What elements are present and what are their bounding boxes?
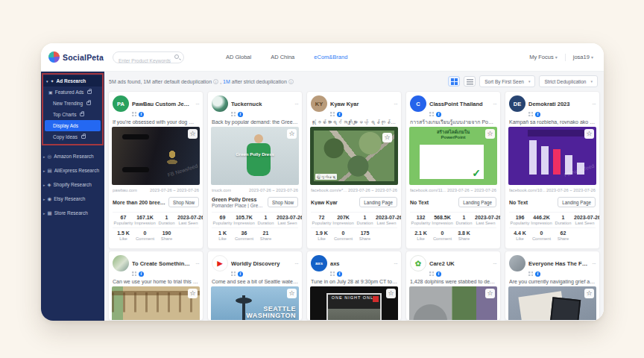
my-focus-dropdown[interactable]: My Focus ▾ bbox=[529, 54, 558, 60]
advertiser-name[interactable]: ClassPoint Thailand bbox=[429, 101, 490, 107]
more-menu-icon[interactable]: ··· bbox=[592, 260, 596, 267]
star-badge-icon[interactable]: ☆ bbox=[485, 289, 495, 298]
ad-creative-image[interactable]: ☆ bbox=[508, 286, 596, 321]
star-badge-icon[interactable]: ☆ bbox=[584, 289, 594, 298]
ad-creative-image[interactable]: SEATTLE WASHINGTON ☆ bbox=[211, 286, 299, 321]
ad-creative-image[interactable]: Green Polly Dress ☆ bbox=[211, 127, 299, 185]
advertiser-avatar: C bbox=[410, 95, 426, 112]
ad-text[interactable]: Come and see a bit of Seattle waterfront… bbox=[212, 277, 298, 286]
list-view-toggle[interactable] bbox=[464, 76, 476, 87]
more-menu-icon[interactable]: ··· bbox=[592, 101, 596, 107]
ad-text[interactable]: Can we use your home to trial this new s… bbox=[113, 277, 199, 286]
ad-card: KY Kyaw Kyar ··· f ရုံးခန်းအားရင်အကျိုးမ… bbox=[306, 91, 402, 249]
advertiser-name[interactable]: Demokrati 2023 bbox=[528, 101, 589, 107]
ad-text[interactable]: ရုံးခန်းအားရင်အကျိုးများမယ့် ရန်ကုန်-ပြည… bbox=[311, 118, 397, 126]
sidebar-item-new-trending[interactable]: New Trending bbox=[43, 98, 102, 109]
more-menu-icon[interactable]: ··· bbox=[294, 260, 298, 267]
star-badge-icon[interactable]: ☆ bbox=[485, 129, 495, 139]
ad-title[interactable]: No Text bbox=[509, 200, 555, 205]
advertiser-domain[interactable]: facebook.com/10... bbox=[509, 188, 546, 192]
sidebar-item-display-ads[interactable]: Display Ads bbox=[45, 120, 101, 131]
ad-creative-image[interactable]: ☆ bbox=[409, 286, 497, 321]
sidebar-item-top-charts[interactable]: Top Charts bbox=[43, 109, 102, 120]
advertiser-name[interactable]: axs bbox=[330, 260, 391, 267]
ad-creative-image[interactable]: ☆ bbox=[112, 286, 200, 321]
info-icon[interactable]: i bbox=[288, 79, 294, 84]
cta-button[interactable]: Shop Now bbox=[168, 197, 199, 207]
advertiser-name[interactable]: Everyone Has The Freedom To... bbox=[528, 260, 589, 267]
placement-grid-icon bbox=[528, 271, 533, 276]
ad-text[interactable]: การสร้างเกมเรียนรู้แบบง่ายจาก PowerPoint… bbox=[410, 118, 496, 126]
sidebar-item-etsy-research[interactable]: ▸ ◉ Etsy Research bbox=[41, 192, 104, 206]
ad-text[interactable]: Back by popular demand: the Green Polly … bbox=[212, 118, 298, 126]
star-badge-icon[interactable]: ☆ bbox=[382, 133, 392, 142]
star-badge-icon[interactable]: ☆ bbox=[287, 129, 297, 139]
ad-text[interactable]: If you're obsessed with your dog 🐶 show … bbox=[113, 118, 199, 126]
sidebar-item-aliexpress-research[interactable]: ▸ ▤ AliExpress Research bbox=[41, 163, 104, 178]
more-menu-icon[interactable]: ··· bbox=[493, 260, 496, 267]
strict-count-link[interactable]: 1M bbox=[223, 79, 230, 84]
advertiser-domain[interactable]: pawbau.com bbox=[113, 188, 137, 192]
ad-text[interactable]: Kampaň sa rozbieha, rovnako ako sa rozbi… bbox=[509, 118, 596, 126]
cta-button[interactable]: Landing Page bbox=[359, 197, 397, 207]
placement-grid-icon bbox=[330, 271, 335, 276]
ad-card: Tuckernuck ··· f Back by popular demand:… bbox=[207, 91, 303, 249]
socialpeta-logo[interactable]: SocialPeta bbox=[48, 51, 113, 63]
nav-ecom-brand[interactable]: eCom&Brand bbox=[314, 54, 347, 60]
metric-last-seen: 2023-07-26Last Seen bbox=[475, 215, 496, 225]
ad-creative-image[interactable]: ONE NIGHT ONLY ☆ bbox=[310, 286, 398, 321]
ad-creative-image[interactable]: FB Newsfeed ☆ bbox=[112, 127, 200, 185]
date-range: 2023-07-26 ~ 2023-07-26 bbox=[447, 188, 496, 192]
more-menu-icon[interactable]: ··· bbox=[493, 101, 496, 107]
ad-creative-image[interactable]: สร้างสไลด์เกมใน PowerPoint ☆ bbox=[409, 127, 497, 185]
cta-button[interactable]: Landing Page bbox=[558, 197, 596, 207]
ad-text[interactable]: Are you currently navigating grief and l… bbox=[509, 277, 596, 286]
sidebar-item-ad-research[interactable]: ▾ ✦ Ad Research bbox=[43, 75, 102, 87]
sidebar-item-amazon-research[interactable]: ▸ ◎ Amazon Research bbox=[41, 149, 104, 163]
grid-view-toggle[interactable] bbox=[448, 76, 460, 87]
star-badge-icon[interactable]: ☆ bbox=[386, 289, 396, 298]
star-badge-icon[interactable]: ☆ bbox=[188, 289, 198, 298]
ad-text[interactable]: 1,428 dolphins were stabbed to death in … bbox=[410, 277, 496, 286]
ad-title[interactable]: No Text bbox=[410, 200, 456, 205]
ad-creative-image[interactable]: FB Newsfeed ☆ bbox=[508, 127, 596, 185]
advertiser-domain[interactable]: facebook.com/e*g... bbox=[311, 188, 348, 192]
advertiser-name[interactable]: Worldly Discovery bbox=[231, 260, 291, 267]
search-input[interactable] bbox=[119, 55, 177, 66]
more-menu-icon[interactable]: ··· bbox=[195, 260, 199, 267]
advertiser-name[interactable]: Tuckernuck bbox=[231, 101, 291, 107]
more-menu-icon[interactable]: ··· bbox=[394, 101, 397, 107]
cta-button[interactable]: Landing Page bbox=[458, 197, 496, 207]
info-icon[interactable]: i bbox=[213, 79, 218, 84]
nav-ad-china[interactable]: AD China bbox=[271, 54, 294, 60]
more-menu-icon[interactable]: ··· bbox=[195, 101, 199, 107]
ad-text[interactable]: Tune in on July 28 at 9:30pm CT to see M… bbox=[311, 277, 397, 286]
star-badge-icon[interactable]: ☆ bbox=[188, 129, 198, 139]
advertiser-name[interactable]: To Create Something Exceptio... bbox=[132, 260, 192, 267]
nav-ad-global[interactable]: AD Global bbox=[226, 54, 251, 60]
cta-button[interactable]: Shop Now bbox=[268, 197, 298, 207]
search-box[interactable] bbox=[113, 51, 184, 63]
placement-grid-icon bbox=[429, 112, 434, 116]
sidebar-item-copy-ideas[interactable]: Copy Ideas bbox=[43, 131, 102, 142]
ad-title[interactable]: More than 200 breeds available bbox=[113, 200, 166, 205]
user-menu[interactable]: josa19 ▾ bbox=[573, 54, 593, 60]
star-badge-icon[interactable]: ☆ bbox=[287, 289, 297, 298]
ad-title[interactable]: Green Polly Dress bbox=[212, 197, 265, 202]
star-badge-icon[interactable]: ☆ bbox=[584, 129, 594, 139]
advertiser-domain[interactable]: facebook.com/11... bbox=[410, 188, 446, 192]
sidebar-item-shopify-research[interactable]: ▸ ◈ Shopify Research bbox=[41, 178, 104, 192]
advertiser-name[interactable]: Care2 UK bbox=[429, 260, 490, 267]
advertiser-avatar: ✿ bbox=[410, 255, 426, 271]
sidebar-item-featured-ads[interactable]: ▣ Featured Ads bbox=[43, 87, 102, 98]
ad-creative-image[interactable]: မြေကွက်နေရာ ☆ bbox=[310, 127, 398, 185]
advertiser-name[interactable]: PawBau Custom Jewelry bbox=[132, 101, 192, 107]
advertiser-domain[interactable]: tnuck.com bbox=[212, 188, 231, 192]
sidebar-item-store-research[interactable]: ▸ ▦ Store Research bbox=[41, 206, 104, 220]
more-menu-icon[interactable]: ··· bbox=[394, 260, 397, 267]
dedup-select[interactable]: Strict Deduplication▾ bbox=[539, 75, 598, 87]
advertiser-name[interactable]: Kyaw Kyar bbox=[330, 101, 391, 107]
ad-title[interactable]: Kyaw Kyar bbox=[311, 200, 357, 205]
sort-select[interactable]: Sort By First Seen▾ bbox=[479, 75, 535, 87]
more-menu-icon[interactable]: ··· bbox=[294, 101, 298, 107]
